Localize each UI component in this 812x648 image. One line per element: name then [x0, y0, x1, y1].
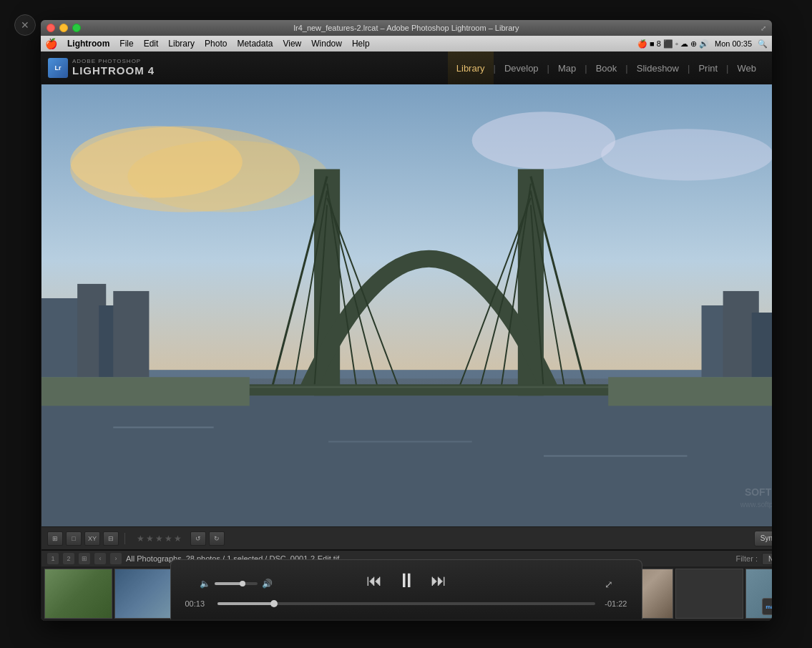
module-nav: Library | Develop | Map | Book | Slidesh…	[448, 51, 765, 84]
thumbnail-11[interactable]: macProVideo.com	[745, 569, 772, 619]
volume-fill	[215, 582, 243, 585]
rotate-left-button[interactable]: ↺	[190, 531, 206, 546]
star-5[interactable]: ★	[174, 534, 182, 544]
volume-bar[interactable]	[215, 582, 258, 585]
overlay-close-button[interactable]: ✕	[14, 14, 36, 36]
menu-bar: 🍎 Lightroom File Edit Library Photo Meta…	[41, 36, 772, 51]
filmstrip-page-2[interactable]: 2	[63, 553, 74, 564]
star-1[interactable]: ★	[137, 534, 145, 544]
star-rating: ★ ★ ★ ★ ★	[137, 534, 182, 544]
close-window-button[interactable]	[47, 24, 55, 32]
clock: Mon 00:35	[715, 39, 752, 48]
video-progress-thumb[interactable]	[270, 600, 278, 607]
toolbar-separator	[124, 533, 125, 544]
filter-dropdown[interactable]: No Filter Flagged Rated Colored	[762, 553, 772, 565]
traffic-lights	[47, 24, 81, 32]
compare-view-button[interactable]: XY	[84, 531, 100, 546]
resize-icon[interactable]: ⤢	[760, 24, 766, 32]
svg-point-5	[601, 129, 772, 180]
module-book[interactable]: Book	[587, 51, 626, 84]
skip-forward-button[interactable]: ⏭	[431, 571, 446, 590]
survey-view-button[interactable]: ⊟	[103, 531, 119, 546]
star-4[interactable]: ★	[165, 534, 172, 544]
photo-toolbar: ⊞ □ XY ⊟ ★ ★ ★ ★ ★ ↺ ↻ Sync Settin	[41, 526, 772, 549]
svg-rect-37	[608, 377, 772, 406]
svg-point-4	[472, 112, 616, 169]
filmstrip-grid-icon[interactable]: ⊞	[79, 553, 90, 564]
apple-menu[interactable]: 🍎	[45, 38, 57, 49]
menu-file[interactable]: File	[119, 39, 133, 49]
svg-rect-32	[41, 396, 772, 526]
play-pause-button[interactable]: ⏸	[396, 569, 416, 592]
grid-view-button[interactable]: ⊞	[47, 531, 63, 546]
lr-logo: Lr ADOBE PHOTOSHOP LIGHTROOM 4	[48, 58, 155, 78]
module-web[interactable]: Web	[729, 51, 765, 84]
center-area: SOFTPEDIA www.softpedia.com ⊞ □ XY ⊟ ★ ★…	[41, 84, 772, 621]
module-print[interactable]: Print	[690, 51, 726, 84]
lr-name: LIGHTROOM 4	[72, 65, 155, 77]
macpro-badge: macProVideo.com	[762, 598, 772, 615]
menu-lightroom[interactable]: Lightroom	[67, 39, 109, 49]
video-player: 🔈 🔊 ⏮ ⏸ ⏭ ⤢ 00:13 -01:22	[170, 559, 642, 619]
menu-photo[interactable]: Photo	[205, 39, 227, 49]
menu-window[interactable]: Window	[311, 39, 342, 49]
video-time-remaining: -01:22	[602, 599, 627, 608]
maximize-window-button[interactable]	[72, 24, 81, 32]
lr-brand-text: ADOBE PHOTOSHOP LIGHTROOM 4	[72, 59, 155, 77]
thumbnail-10[interactable]	[675, 569, 743, 619]
filmstrip-next-btn[interactable]: ›	[110, 553, 122, 564]
filmstrip-filter: Filter : No Filter Flagged Rated Colored	[735, 553, 772, 565]
mac-window: lr4_new_features-2.lrcat – Adobe Photosh…	[41, 20, 772, 621]
video-progress: 00:13 -01:22	[185, 599, 627, 608]
video-progress-fill	[217, 602, 274, 605]
volume-thumb[interactable]	[240, 581, 245, 586]
video-time-current: 00:13	[185, 599, 210, 608]
svg-rect-11	[113, 291, 149, 377]
title-bar: lr4_new_features-2.lrcat – Adobe Photosh…	[41, 20, 772, 36]
menu-metadata[interactable]: Metadata	[237, 39, 273, 49]
photo-view[interactable]: SOFTPEDIA www.softpedia.com	[41, 84, 772, 526]
main-content: ▼ Navigator FIT FILL 1:1 2:1	[41, 84, 772, 621]
filmstrip-prev-btn[interactable]: ‹	[94, 553, 106, 564]
volume-max-icon[interactable]: 🔊	[262, 579, 273, 589]
lr-badge: Lr	[48, 58, 68, 78]
skip-back-button[interactable]: ⏮	[366, 571, 382, 590]
toolbar-right: Sync Settings	[754, 531, 772, 546]
module-map[interactable]: Map	[549, 51, 584, 84]
app-header: Lr ADOBE PHOTOSHOP LIGHTROOM 4 Library |…	[41, 51, 772, 84]
module-library[interactable]: Library	[448, 51, 494, 84]
volume-icon[interactable]: 🔈	[200, 579, 210, 589]
main-photo	[41, 84, 772, 526]
filter-label: Filter :	[735, 554, 758, 563]
svg-rect-30	[243, 384, 615, 396]
filmstrip-page-1[interactable]: 1	[47, 553, 59, 564]
menu-library[interactable]: Library	[168, 39, 195, 49]
module-slideshow[interactable]: Slideshow	[628, 51, 688, 84]
status-icons: 🍎 ■ 8 ⬛ ◦ ☁ ⊕ 🔊	[637, 39, 709, 49]
video-progress-bar[interactable]	[217, 602, 595, 605]
star-2[interactable]: ★	[146, 534, 154, 544]
thumbnail-1[interactable]	[44, 569, 112, 619]
svg-point-3	[127, 140, 328, 212]
sync-settings-button[interactable]: Sync Settings	[754, 531, 772, 546]
search-icon[interactable]: 🔍	[758, 39, 768, 49]
star-3[interactable]: ★	[155, 534, 163, 544]
window-title: lr4_new_features-2.lrcat – Adobe Photosh…	[294, 24, 519, 32]
rotate-right-button[interactable]: ↻	[209, 531, 225, 546]
module-develop[interactable]: Develop	[496, 51, 547, 84]
menu-right-status: 🍎 ■ 8 ⬛ ◦ ☁ ⊕ 🔊 Mon 00:35 🔍	[637, 39, 768, 49]
menu-view[interactable]: View	[283, 39, 301, 49]
loupe-view-button[interactable]: □	[66, 531, 82, 546]
svg-rect-36	[41, 377, 250, 406]
svg-rect-14	[752, 313, 772, 377]
volume-controls: 🔈 🔊	[200, 579, 273, 589]
minimize-window-button[interactable]	[59, 24, 68, 32]
app-area: Lr ADOBE PHOTOSHOP LIGHTROOM 4 Library |…	[41, 51, 772, 621]
menu-edit[interactable]: Edit	[144, 39, 159, 49]
fullscreen-button[interactable]: ⤢	[605, 579, 613, 590]
menu-help[interactable]: Help	[352, 39, 370, 49]
